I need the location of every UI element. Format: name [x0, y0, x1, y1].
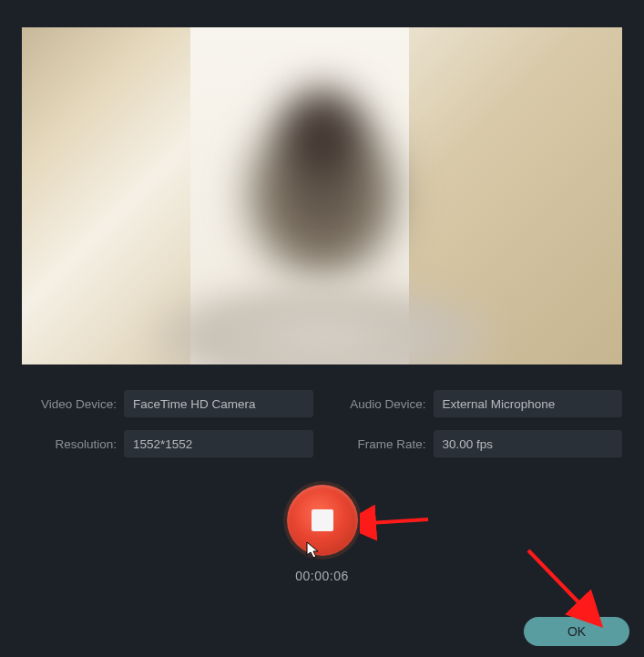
resolution-label: Resolution: [22, 437, 117, 451]
video-device-label: Video Device: [22, 397, 117, 411]
video-device-select[interactable]: FaceTime HD Camera [124, 390, 313, 417]
audio-device-label: Audio Device: [332, 397, 426, 411]
frame-rate-select[interactable]: 30.00 fps [434, 430, 623, 457]
camera-preview [22, 27, 622, 364]
resolution-select[interactable]: 1552*1552 [124, 430, 313, 457]
stop-record-button[interactable] [287, 485, 358, 556]
ok-button[interactable]: OK [524, 617, 629, 646]
settings-panel: Video Device: FaceTime HD Camera Resolut… [22, 390, 622, 457]
stop-icon [312, 509, 333, 531]
record-timer: 00:00:06 [295, 569, 349, 583]
frame-rate-label: Frame Rate: [332, 437, 426, 451]
audio-device-select[interactable]: External Microphone [434, 390, 623, 417]
